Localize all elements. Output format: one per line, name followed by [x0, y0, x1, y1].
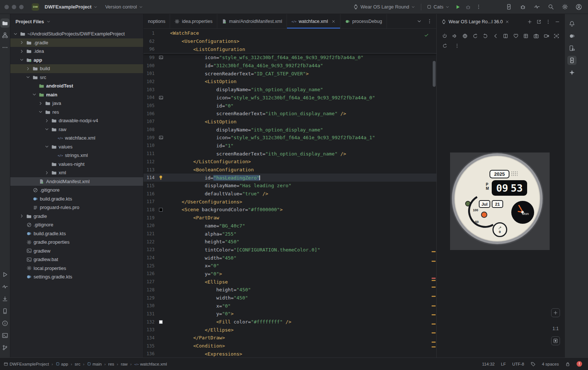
- run-button[interactable]: [453, 2, 463, 12]
- open-in-window-button[interactable]: [536, 19, 542, 24]
- error-stripe-mark[interactable]: [432, 261, 436, 262]
- tab-main-androidmanifest.xml[interactable]: main/AndroidManifest.xml: [217, 14, 287, 28]
- more-run-actions-button[interactable]: [474, 2, 483, 12]
- vcs-update-tool-button[interactable]: [0, 294, 10, 304]
- chevron-right-icon[interactable]: [19, 213, 24, 219]
- device-manager-icon[interactable]: [504, 2, 513, 12]
- code-line-101[interactable]: 101 screenReaderText="ID_CAT_STEP_OVER">: [143, 69, 436, 78]
- avatar[interactable]: [574, 2, 584, 12]
- code-line-116[interactable]: 116 defaultValue="true" />: [143, 190, 436, 198]
- structure-tool-button[interactable]: [0, 31, 10, 40]
- more-tool-windows-tool-button[interactable]: [0, 43, 10, 52]
- version-control-tool-button[interactable]: [0, 343, 10, 352]
- screenshot-button[interactable]: [553, 32, 560, 40]
- tree-item-androidtest[interactable]: androidTest: [10, 82, 143, 90]
- device-tab-title[interactable]: Wear OS Large Ro...l 36.0: [449, 19, 503, 24]
- tree-item-gradle.properties[interactable]: gradle.properties: [10, 238, 143, 247]
- tree-item-.idea[interactable]: .idea: [10, 47, 143, 56]
- tab-watchface.xml[interactable]: </>watchface.xml: [287, 14, 340, 28]
- breadcrumb-item-app[interactable]: app: [56, 362, 68, 366]
- chevron-down-icon[interactable]: [25, 75, 31, 80]
- browser-button[interactable]: [461, 32, 468, 40]
- profiler-icon[interactable]: [532, 2, 542, 12]
- debug-button[interactable]: [463, 2, 473, 12]
- code-line-106[interactable]: 106 screenReaderText="ith_option_display…: [143, 110, 436, 118]
- rotate-left-button[interactable]: [472, 32, 479, 40]
- chevron-right-icon[interactable]: [38, 100, 43, 106]
- code-line-100[interactable]: 100 id="312c30bf_f64a_461e_9c93_992f2fb7…: [143, 62, 436, 70]
- tree-item-build.gradle.kts[interactable]: build.gradle.kts: [10, 195, 143, 203]
- gemini-assistant-tool-button[interactable]: [567, 68, 577, 77]
- chevron-down-icon[interactable]: [31, 92, 37, 97]
- code-line-135[interactable]: 135 <Condition>: [143, 342, 436, 350]
- code-line-125[interactable]: 125 x="0": [143, 262, 436, 270]
- error-stripe-mark[interactable]: [432, 287, 436, 288]
- error-stripe-mark[interactable]: [432, 314, 436, 315]
- code-line-104[interactable]: 104 icon="style_wfs_312c30bf_f64a_461e_9…: [143, 94, 436, 102]
- image-preview-icon[interactable]: [156, 135, 166, 140]
- minimize-window-button[interactable]: [12, 5, 16, 9]
- code-line-62[interactable]: 62 <UserConfigurations>: [143, 37, 436, 45]
- breadcrumb-item-dwfexampleproject[interactable]: DWFExampleProject: [4, 362, 49, 366]
- rotate-right-button[interactable]: [482, 32, 489, 40]
- breadcrumb-item-res[interactable]: res: [108, 362, 114, 366]
- zoom-in-button[interactable]: [551, 308, 560, 317]
- tree-item-values-night[interactable]: values-night: [10, 160, 143, 169]
- error-stripe-mark[interactable]: [432, 278, 436, 279]
- tree-item-src[interactable]: src: [10, 73, 143, 82]
- tree-item-proguard-rules.pro[interactable]: proguard-rules.pro: [10, 203, 143, 212]
- emulator-screen[interactable]: 2025 PM 09 53 Jul 21 Mon: [450, 153, 550, 250]
- code-line-132[interactable]: 132 <Fill color="#ffffffff" />: [143, 318, 436, 326]
- indent-style[interactable]: 4 spaces: [542, 362, 559, 366]
- tree-item-strings.xml[interactable]: </>strings.xml: [10, 151, 143, 160]
- reset-view-button[interactable]: [441, 42, 449, 49]
- power-button[interactable]: [441, 32, 448, 40]
- chevron-right-icon[interactable]: [44, 118, 49, 123]
- breadcrumb-item-watchface.xml[interactable]: </>watchface.xml: [134, 362, 167, 366]
- image-preview-icon[interactable]: [156, 95, 166, 100]
- chevron-right-icon[interactable]: [19, 48, 24, 54]
- tree-item-.gradle[interactable]: .gradle: [10, 38, 143, 47]
- tree-item-gradle[interactable]: gradle: [10, 212, 143, 221]
- chevron-down-icon[interactable]: [19, 57, 24, 63]
- color-swatch[interactable]: [156, 320, 166, 324]
- code-line-120[interactable]: 120 name="BG_40c7": [143, 222, 436, 230]
- chevron-down-icon[interactable]: [44, 127, 49, 132]
- chevron-down-icon[interactable]: [38, 109, 43, 115]
- project-tool-button[interactable]: [0, 18, 10, 28]
- code-line-129[interactable]: 129 width="450": [143, 294, 436, 302]
- tab-noptions[interactable]: noptions: [143, 14, 170, 28]
- vcs-menu[interactable]: Version control: [103, 3, 146, 11]
- device-panel-more-button[interactable]: [546, 19, 551, 24]
- tree-item-.gitignore[interactable]: .gitignore: [10, 220, 143, 229]
- tree-item-settings.gradle.kts[interactable]: settings.gradle.kts: [10, 273, 143, 281]
- tree-item-app[interactable]: app: [10, 56, 143, 65]
- code-editor[interactable]: 1<WatchFace62 <UserConfigurations>96 <Li…: [143, 29, 436, 357]
- error-badge[interactable]: !: [577, 361, 582, 367]
- tree-item-values[interactable]: values: [10, 143, 143, 151]
- chevron-right-icon[interactable]: [44, 170, 49, 175]
- tree-item-drawable-nodpi-v4[interactable]: drawable-nodpi-v4: [10, 116, 143, 125]
- close-icon[interactable]: [331, 19, 336, 24]
- chevron-right-icon[interactable]: [25, 66, 31, 71]
- back-button[interactable]: [492, 32, 499, 40]
- gradle-tool-button[interactable]: [567, 31, 577, 41]
- code-line-102[interactable]: 102 <ListOption: [143, 78, 436, 86]
- tree-item-res[interactable]: res: [10, 108, 143, 117]
- maximize-window-button[interactable]: [19, 5, 24, 9]
- code-line-114[interactable]: 114 id="hasLeadingZero": [143, 174, 436, 182]
- code-line-136[interactable]: 136 <Expressions>: [143, 350, 436, 358]
- code-line-122[interactable]: 122 height="450": [143, 238, 436, 246]
- hide-panel-button[interactable]: [555, 19, 560, 24]
- code-line-105[interactable]: 105 id="0": [143, 102, 436, 110]
- code-line-130[interactable]: 130 x="0": [143, 302, 436, 310]
- code-line-118[interactable]: 118 <Scene backgroundColor="#ff000000">: [143, 206, 436, 214]
- code-line-134[interactable]: 134 </PartDraw>: [143, 334, 436, 342]
- code-line-121[interactable]: 121 alpha="255": [143, 230, 436, 238]
- code-line-103[interactable]: 103 displayName="ith_option_display_name…: [143, 86, 436, 94]
- project-name-menu[interactable]: DWFExampleProject: [42, 3, 100, 11]
- color-swatch[interactable]: [156, 208, 166, 212]
- close-window-button[interactable]: [4, 5, 9, 9]
- tree-item-androidmanifest.xml[interactable]: AndroidManifest.xml: [10, 177, 143, 186]
- tree-item-build[interactable]: build: [10, 64, 143, 73]
